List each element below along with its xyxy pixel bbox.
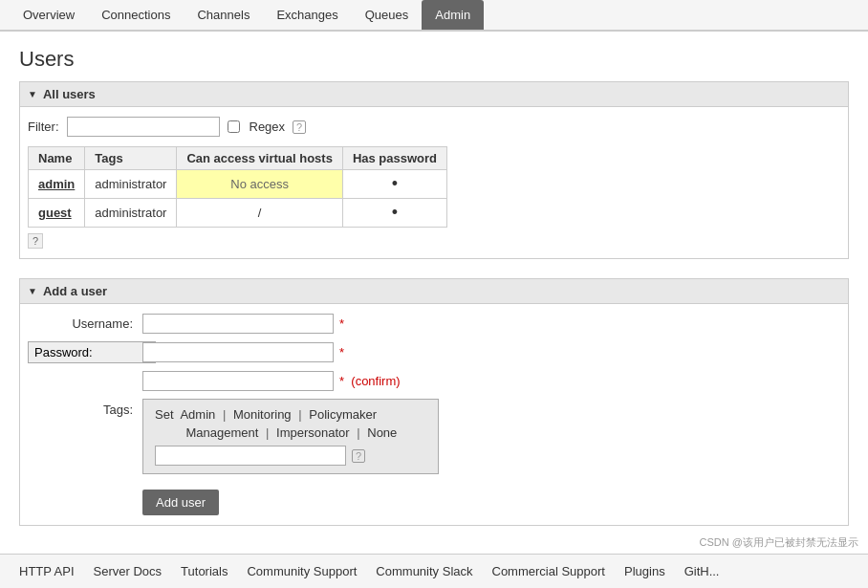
main-content: Users ▼ All users Filter: Regex ? Name T…	[0, 32, 868, 560]
user-password-cell: •	[342, 170, 446, 199]
set-label: Set	[155, 407, 174, 422]
tag-policymaker-link[interactable]: Policymaker	[309, 407, 377, 422]
col-name: Name	[29, 147, 85, 170]
username-label: Username:	[28, 316, 142, 331]
user-access-cell: No access	[177, 170, 342, 199]
tags-row: Tags: Set Admin | Monitoring | Policymak…	[28, 399, 840, 474]
filter-label: Filter:	[28, 120, 59, 134]
tags-line-1: Set Admin | Monitoring | Policymaker	[155, 407, 426, 422]
user-name-cell[interactable]: admin	[29, 170, 85, 199]
user-tags-cell: administrator	[85, 170, 177, 199]
page-title: Users	[19, 47, 849, 72]
password-select-label: Password: Hashed password:	[28, 341, 142, 363]
all-users-panel: ▼ All users Filter: Regex ? Name Tags Ca…	[19, 81, 849, 259]
add-user-button[interactable]: Add user	[142, 490, 219, 515]
collapse-arrow-icon: ▼	[28, 89, 37, 99]
nav-queues[interactable]: Queues	[352, 0, 423, 30]
users-table: Name Tags Can access virtual hosts Has p…	[28, 146, 447, 228]
password-input[interactable]	[142, 342, 334, 362]
confirm-star: *	[339, 374, 344, 388]
user-name-cell[interactable]: guest	[29, 199, 85, 228]
footer: HTTP API Server Docs Tutorials Community…	[0, 554, 868, 560]
user-tags-cell: administrator	[85, 199, 177, 228]
filter-row: Filter: Regex ?	[28, 117, 840, 137]
nav-exchanges[interactable]: Exchanges	[263, 0, 351, 30]
add-user-button-row: Add user	[142, 482, 840, 515]
user-password-cell: •	[342, 199, 446, 228]
tag-impersonator-link[interactable]: Impersonator	[276, 425, 350, 440]
all-users-header[interactable]: ▼ All users	[19, 81, 849, 107]
tag-admin-link[interactable]: Admin	[180, 407, 215, 422]
table-row: adminadministratorNo access•	[29, 170, 447, 199]
confirm-text-label: (confirm)	[351, 374, 400, 388]
confirm-password-input[interactable]	[142, 371, 334, 391]
user-access-cell: /	[177, 199, 342, 228]
tag-monitoring-link[interactable]: Monitoring	[233, 407, 292, 422]
nav-channels[interactable]: Channels	[184, 0, 263, 30]
nav-overview[interactable]: Overview	[10, 0, 88, 30]
col-access: Can access virtual hosts	[177, 147, 342, 170]
password-row-1: Password: Hashed password: *	[28, 341, 840, 363]
watermark: CSDN @该用户已被封禁无法显示	[700, 535, 858, 550]
regex-label: Regex	[250, 120, 286, 134]
filter-input[interactable]	[67, 117, 220, 137]
col-password: Has password	[342, 147, 446, 170]
tags-input[interactable]	[155, 446, 346, 466]
all-users-body: Filter: Regex ? Name Tags Can access vir…	[19, 107, 849, 259]
tags-label: Tags:	[28, 399, 142, 417]
password-required-star: *	[339, 345, 344, 359]
regex-help-icon[interactable]: ?	[293, 120, 306, 134]
add-user-header[interactable]: ▼ Add a user	[19, 278, 849, 304]
confirm-label: * (confirm)	[339, 374, 401, 388]
table-row: guestadministrator/•	[29, 199, 447, 228]
table-help-icon[interactable]: ?	[28, 233, 43, 249]
tag-management-link[interactable]: Management	[186, 425, 259, 440]
tag-none-link[interactable]: None	[367, 425, 397, 440]
nav-connections[interactable]: Connections	[88, 0, 184, 30]
username-required-star: *	[339, 316, 344, 331]
tags-input-row: ?	[155, 446, 426, 466]
tags-box: Set Admin | Monitoring | Policymaker Man…	[142, 399, 439, 474]
username-input[interactable]	[142, 314, 334, 334]
add-user-title: Add a user	[43, 284, 107, 298]
add-user-body: Username: * Password: Hashed password: *	[19, 304, 849, 526]
password-type-select[interactable]: Password: Hashed password:	[28, 341, 156, 363]
username-row: Username: *	[28, 314, 840, 334]
confirm-password-row: * (confirm)	[28, 371, 840, 391]
col-tags: Tags	[85, 147, 177, 170]
add-user-panel: ▼ Add a user Username: * Password: Hashe…	[19, 278, 849, 526]
tags-help-icon[interactable]: ?	[352, 449, 365, 463]
add-user-collapse-icon: ▼	[28, 286, 37, 296]
top-navigation: Overview Connections Channels Exchanges …	[0, 0, 868, 32]
nav-admin[interactable]: Admin	[422, 0, 484, 30]
tags-line-2: Management | Impersonator | None	[155, 425, 426, 440]
all-users-title: All users	[43, 87, 96, 101]
regex-checkbox[interactable]	[228, 120, 240, 133]
